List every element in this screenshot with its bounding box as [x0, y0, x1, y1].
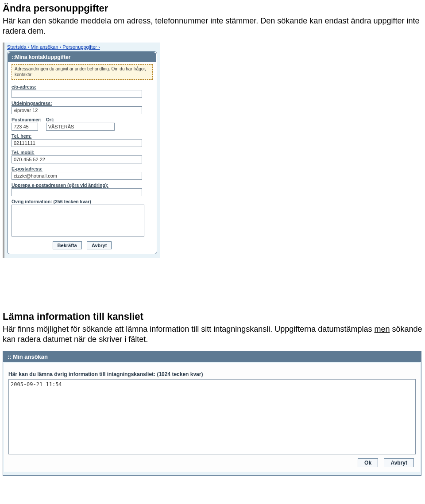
telmob-label: Tel. mobil: [12, 150, 153, 155]
notice-box: Adressändringen du angivit är under beha… [12, 64, 153, 80]
email2-label: Upprepa e-postadressen (görs vid ändring… [12, 182, 153, 188]
co-input[interactable] [12, 90, 142, 98]
ort-label: Ort: [46, 117, 115, 122]
section1-text: Här kan den sökande meddela om adress, t… [3, 16, 422, 36]
section2-text-underline: men [374, 325, 390, 333]
cancel-button[interactable]: Avbryt [87, 241, 112, 249]
pn-label: Postnummer: [12, 117, 42, 122]
co-label: c/o-adress: [12, 84, 153, 89]
email-input[interactable] [12, 172, 142, 180]
application-panel-title: :: Min ansökan [3, 351, 421, 362]
utd-input[interactable] [12, 106, 142, 114]
telmob-input[interactable] [12, 155, 142, 163]
section2-heading: Lämna information till kansliet [3, 311, 422, 322]
telhem-label: Tel. hem: [12, 133, 153, 139]
telhem-input[interactable] [12, 139, 142, 147]
breadcrumb[interactable]: Startsida › Min ansökan › Personuppgifte… [7, 44, 157, 50]
section1-heading: Ändra personuppgifter [3, 3, 422, 14]
ok-button[interactable]: Ok [358, 458, 378, 467]
contact-panel-outer: Startsida › Min ansökan › Personuppgifte… [3, 43, 160, 258]
section2-text-part1: Här finns möjlighet för sökande att lämn… [3, 325, 374, 333]
ovrig-label: Övrig information: (256 tecken kvar) [12, 199, 153, 204]
email2-input[interactable] [12, 188, 142, 196]
confirm-button[interactable]: Bekräfta [53, 241, 82, 249]
contact-panel-title: ::Mina kontaktuppgifter [8, 52, 156, 62]
section2-text: Här finns möjlighet för sökande att lämn… [3, 324, 422, 345]
contact-panel: ::Mina kontaktuppgifter Adressändringen … [7, 51, 157, 254]
application-panel: :: Min ansökan Här kan du lämna övrig in… [3, 351, 421, 476]
pn-input[interactable] [12, 123, 38, 131]
ovrig-textarea[interactable] [12, 205, 144, 236]
email-label: E-postadress: [12, 166, 153, 171]
application-textarea[interactable]: 2005-09-21 11:54 [8, 379, 416, 454]
ort-input[interactable] [46, 123, 115, 131]
utd-label: Utdelningsadress: [12, 101, 153, 106]
application-label: Här kan du lämna övrig information till … [8, 371, 416, 377]
cancel-button-2[interactable]: Avbryt [384, 458, 414, 467]
